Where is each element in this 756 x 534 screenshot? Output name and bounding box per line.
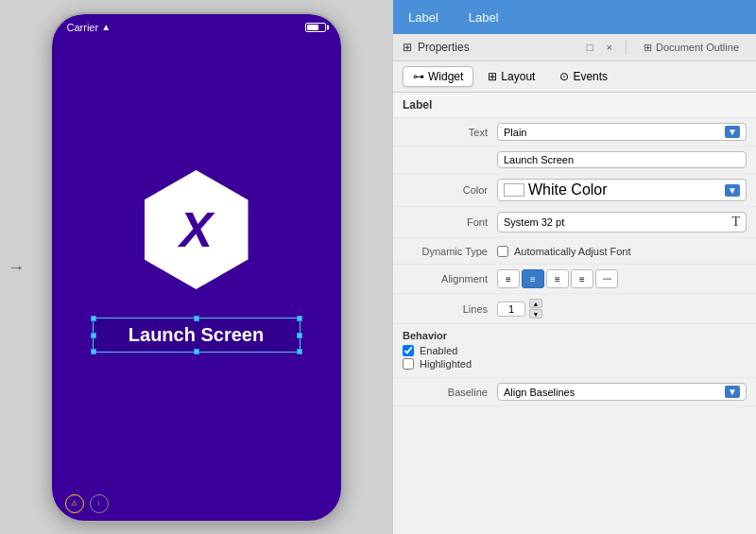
handle-mr xyxy=(297,333,302,338)
dynamic-type-checkbox-row: Automatically Adjust Font xyxy=(497,246,631,257)
launch-screen-text: Launch Screen xyxy=(129,324,264,345)
phone-frame: Carrier ▲ X xyxy=(50,12,343,523)
sub-tabs-bar: ⊶ Widget ⊞ Layout ⊙ Events xyxy=(393,61,756,93)
events-icon: ⊙ xyxy=(559,70,569,83)
properties-controls: □ × ⊞ Document Outline xyxy=(583,40,747,55)
prop-value-baseline: Align Baselines ▼ xyxy=(497,383,747,401)
status-bar: Carrier ▲ xyxy=(52,14,341,41)
handle-tm xyxy=(194,316,199,321)
stepper-buttons: ▲ ▼ xyxy=(529,299,542,319)
battery-icon xyxy=(305,23,326,32)
prop-value-text: Plain ▼ xyxy=(497,123,747,141)
prop-row-text-value xyxy=(393,146,756,174)
tab-layout[interactable]: ⊞ Layout xyxy=(477,66,545,87)
font-picker-field[interactable]: System 32 pt T xyxy=(497,212,747,233)
baseline-dropdown[interactable]: Align Baselines ▼ xyxy=(497,383,747,401)
tab-label-1[interactable]: Label xyxy=(393,0,454,34)
prop-value-dynamic-type: Automatically Adjust Font xyxy=(497,246,747,257)
handle-ml xyxy=(91,333,96,338)
right-panel: Label Label ⊞ Properties □ × ⊞ Document … xyxy=(392,0,756,534)
font-T-icon: T xyxy=(731,215,740,230)
prop-value-color: White Color ▼ xyxy=(497,179,747,201)
arrow-left-icon: → xyxy=(8,257,25,277)
close-button[interactable]: × xyxy=(603,40,616,55)
text-input-field[interactable] xyxy=(497,151,747,168)
highlighted-checkbox[interactable] xyxy=(403,358,414,370)
warning-icon: ⚠ xyxy=(65,494,84,513)
handle-tr xyxy=(297,316,302,321)
top-tabs-bar: Label Label xyxy=(393,0,756,34)
properties-header: ⊞ Properties □ × ⊞ Document Outline xyxy=(393,34,756,61)
stepper-up-btn[interactable]: ▲ xyxy=(529,299,542,308)
app-logo: X xyxy=(145,170,249,289)
prop-row-font: Font System 32 pt T xyxy=(393,207,756,238)
handle-bm xyxy=(194,349,199,354)
prop-row-alignment: Alignment ≡ ≡ ≡ ≡ --- xyxy=(393,265,756,294)
handle-bl xyxy=(91,349,96,354)
carrier-label: Carrier ▲ xyxy=(67,22,112,33)
doc-outline-tab[interactable]: ⊞ Document Outline xyxy=(636,42,747,54)
properties-title-area: ⊞ Properties xyxy=(403,41,470,54)
prop-row-color: Color White Color ▼ xyxy=(393,174,756,207)
prop-row-baseline: Baseline Align Baselines ▼ xyxy=(393,378,756,406)
color-dropdown-arrow: ▼ xyxy=(725,184,740,197)
handle-br xyxy=(297,349,302,354)
color-swatch xyxy=(504,183,524,197)
prop-label-color: Color xyxy=(403,184,497,196)
prop-label-lines: Lines xyxy=(403,303,497,315)
launch-screen-label-container[interactable]: Launch Screen xyxy=(93,318,301,353)
behavior-highlighted-row: Highlighted xyxy=(403,358,747,370)
prop-row-text: Text Plain ▼ xyxy=(393,118,756,146)
divider xyxy=(626,40,627,55)
text-type-dropdown[interactable]: Plain ▼ xyxy=(497,123,747,141)
widget-icon: ⊶ xyxy=(413,70,424,83)
handle-tl xyxy=(91,316,96,321)
enabled-checkbox[interactable] xyxy=(403,345,414,356)
hex-x-letter: X xyxy=(180,205,213,254)
behavior-enabled-row: Enabled xyxy=(403,345,747,356)
section-label-title: Label xyxy=(393,93,756,118)
wifi-icon: ▲ xyxy=(101,22,111,32)
lines-stepper: 1 ▲ ▼ xyxy=(497,299,542,319)
prop-row-lines: Lines 1 ▲ ▼ xyxy=(393,294,756,324)
prop-label-baseline: Baseline xyxy=(403,387,497,398)
prop-value-alignment: ≡ ≡ ≡ ≡ --- xyxy=(497,269,747,288)
color-picker-field[interactable]: White Color ▼ xyxy=(497,179,747,201)
phone-bottom-bar: ⚠ i xyxy=(52,494,341,513)
baseline-dropdown-arrow: ▼ xyxy=(725,386,740,398)
layout-icon: ⊞ xyxy=(488,70,497,83)
properties-title: Properties xyxy=(418,41,470,54)
doc-outline-icon: ⊞ xyxy=(644,42,652,54)
lines-value: 1 xyxy=(497,301,525,317)
tab-widget[interactable]: ⊶ Widget xyxy=(403,66,473,87)
battery-fill xyxy=(307,25,319,30)
properties-icon: ⊞ xyxy=(403,41,412,54)
behavior-title: Behavior xyxy=(403,330,747,341)
align-justify-btn[interactable]: ≡ xyxy=(571,269,593,288)
prop-label-font: Font xyxy=(403,216,497,228)
align-natural-btn[interactable]: --- xyxy=(595,269,618,288)
align-right-btn[interactable]: ≡ xyxy=(546,269,569,288)
app-content: X Launch Screen ⚠ i xyxy=(52,41,341,521)
prop-label-alignment: Alignment xyxy=(403,273,497,284)
alignment-buttons: ≡ ≡ ≡ ≡ --- xyxy=(497,269,618,288)
simulator-panel: → Carrier ▲ X xyxy=(0,0,392,534)
stepper-down-btn[interactable]: ▼ xyxy=(529,309,542,319)
prop-label-dynamic-type: Dynamic Type xyxy=(403,246,497,257)
prop-row-dynamic-type: Dynamic Type Automatically Adjust Font xyxy=(393,238,756,265)
behavior-section: Behavior Enabled Highlighted xyxy=(393,324,756,378)
tab-label-2[interactable]: Label xyxy=(454,0,514,34)
align-left-btn[interactable]: ≡ xyxy=(497,269,520,288)
info-icon: i xyxy=(90,494,109,513)
align-center-btn[interactable]: ≡ xyxy=(522,269,544,288)
tab-events[interactable]: ⊙ Events xyxy=(549,66,618,87)
hexagon-shape: X xyxy=(145,170,249,289)
dynamic-type-checkbox[interactable] xyxy=(497,246,508,257)
prop-value-text-field xyxy=(497,151,747,168)
dropdown-arrow-icon: ▼ xyxy=(725,126,740,138)
expand-button[interactable]: □ xyxy=(583,40,597,55)
prop-value-lines: 1 ▲ ▼ xyxy=(497,299,747,319)
prop-label-text: Text xyxy=(403,127,497,138)
prop-value-font: System 32 pt T xyxy=(497,212,747,233)
